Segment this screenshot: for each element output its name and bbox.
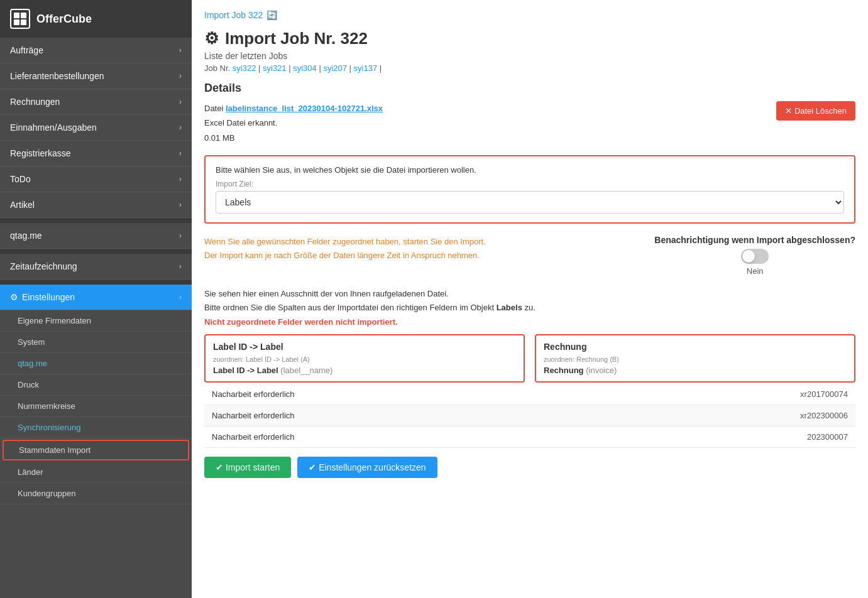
sidebar-item-rechnungen[interactable]: Rechnungen › bbox=[0, 89, 192, 115]
sidebar-sub-eigene-firmendaten[interactable]: Eigene Firmendaten bbox=[0, 310, 192, 332]
sidebar-item-lieferantenbestellungen[interactable]: Lieferantenbestellungen › bbox=[0, 63, 192, 89]
app-logo bbox=[10, 9, 30, 29]
job-link-syi137[interactable]: syi137 bbox=[354, 63, 378, 73]
sidebar-divider-1 bbox=[0, 218, 192, 223]
mapping-info: Sie sehen hier einen Ausschnitt der von … bbox=[204, 287, 855, 315]
sidebar-item-label: Artikel bbox=[10, 200, 35, 210]
sidebar-item-auftraege[interactable]: Aufträge › bbox=[0, 38, 192, 63]
details-section-title: Details bbox=[204, 82, 855, 95]
sidebar-item-label: ⚙ Einstellungen bbox=[10, 292, 75, 302]
table-cell-col1: Nacharbeit erforderlich bbox=[204, 427, 601, 448]
job-link-syi304[interactable]: syi304 bbox=[293, 63, 317, 73]
sidebar-sub-system[interactable]: System bbox=[0, 332, 192, 353]
sidebar-item-label: Aufträge bbox=[10, 45, 43, 55]
sidebar-item-artikel[interactable]: Artikel › bbox=[0, 192, 192, 218]
data-table: Nacharbeit erforderlichxr201700074Nachar… bbox=[204, 384, 855, 448]
notification-label: Benachrichtigung wenn Import abgeschloss… bbox=[654, 235, 855, 245]
col-right-mapping-value: Rechnung (invoice) bbox=[544, 366, 847, 375]
svg-rect-0 bbox=[14, 13, 19, 18]
chevron-right-icon: › bbox=[179, 262, 182, 271]
sidebar-sub-qtag-me[interactable]: qtag.me bbox=[0, 353, 192, 374]
col-left-box: Label ID -> Label zuordnen: Label ID -> … bbox=[204, 334, 525, 383]
app-header: OfferCube bbox=[0, 0, 192, 38]
chevron-right-icon: › bbox=[179, 46, 182, 55]
notification-row: Wenn Sie alle gewünschten Felder zugeord… bbox=[204, 235, 855, 276]
col-left-title: Label ID -> Label bbox=[213, 342, 516, 352]
chevron-right-icon: › bbox=[179, 72, 182, 80]
col-left-sub-label: zuordnen: Label ID -> Label (A) bbox=[213, 356, 516, 363]
col-right-box: Rechnung zuordnen: Rechnung (B) Rechnung… bbox=[535, 334, 855, 383]
sidebar-item-einstellungen[interactable]: ⚙ Einstellungen › bbox=[0, 285, 192, 310]
sidebar-divider-2 bbox=[0, 249, 192, 254]
table-row: Nacharbeit erforderlichxr202300006 bbox=[204, 405, 855, 427]
svg-rect-1 bbox=[21, 13, 26, 18]
col-left-mapping-value: Label ID -> Label (label__name) bbox=[213, 366, 516, 375]
table-row: Nacharbeit erforderlichxr201700074 bbox=[204, 384, 855, 405]
breadcrumb-text: Import Job 322 bbox=[204, 10, 263, 20]
table-cell-col1: Nacharbeit erforderlich bbox=[204, 405, 601, 427]
notification-right: Benachrichtigung wenn Import abgeschloss… bbox=[654, 235, 855, 276]
app-title: OfferCube bbox=[36, 13, 92, 26]
notification-toggle[interactable] bbox=[741, 249, 769, 264]
chevron-right-icon: › bbox=[179, 200, 182, 209]
sidebar-item-label: Einnahmen/Ausgaben bbox=[10, 122, 97, 133]
sidebar-sub-stammdaten-import[interactable]: Stammdaten Import bbox=[3, 440, 189, 460]
sidebar-item-zeitaufzeichnung[interactable]: Zeitaufzeichnung › bbox=[0, 254, 192, 280]
import-start-button[interactable]: ✔ Import starten bbox=[204, 457, 291, 478]
subtitle: Liste der letzten Jobs bbox=[204, 51, 855, 61]
sidebar-sub-kundengruppen[interactable]: Kundengruppen bbox=[0, 483, 192, 504]
file-size: 0.01 MB bbox=[204, 131, 383, 145]
sidebar-sub-druck[interactable]: Druck bbox=[0, 374, 192, 396]
table-cell-col1: Nacharbeit erforderlich bbox=[204, 384, 601, 405]
reset-settings-button[interactable]: ✔ Einstellungen zurücksetzen bbox=[297, 457, 437, 478]
file-name-row: Datei labelinstance_list_20230104-102721… bbox=[204, 101, 383, 116]
sidebar-sub-synchronisierung[interactable]: Synchronisierung bbox=[0, 417, 192, 438]
sidebar-item-todo[interactable]: ToDo › bbox=[0, 166, 192, 192]
chevron-right-icon: › bbox=[179, 293, 182, 302]
toggle-label: Nein bbox=[747, 266, 764, 276]
col-right-title: Rechnung bbox=[544, 342, 847, 352]
refresh-icon[interactable]: 🔄 bbox=[266, 10, 277, 20]
import-target-label: Import Ziel: bbox=[216, 180, 844, 188]
sidebar-item-label: qtag.me bbox=[10, 231, 42, 241]
main-content: Import Job 322 🔄 ⚙ Import Job Nr. 322 Li… bbox=[192, 0, 868, 598]
col-right-sub-label: zuordnen: Rechnung (B) bbox=[544, 356, 847, 363]
sidebar: OfferCube Aufträge › Lieferantenbestellu… bbox=[0, 0, 192, 598]
chevron-right-icon: › bbox=[179, 175, 182, 183]
svg-rect-3 bbox=[21, 19, 26, 25]
chevron-right-icon: › bbox=[179, 231, 182, 240]
sidebar-item-label: Lieferantenbestellungen bbox=[10, 71, 104, 81]
job-link-syi207[interactable]: syi207 bbox=[323, 63, 347, 73]
sidebar-item-label: ToDo bbox=[10, 174, 31, 184]
job-links: Job Nr. syi322 | syi321 | syi304 | syi20… bbox=[204, 63, 855, 73]
mapping-warning: Nicht zugeordnete Felder werden nicht im… bbox=[204, 317, 855, 327]
import-target-select[interactable]: Labels Rechnungen Aufträge bbox=[216, 191, 844, 214]
sidebar-item-label: Registrierkasse bbox=[10, 148, 70, 158]
sidebar-item-einnahmen-ausgaben[interactable]: Einnahmen/Ausgaben › bbox=[0, 115, 192, 141]
delete-file-button[interactable]: ✕ Datei Löschen bbox=[776, 101, 855, 121]
toggle-container: Nein bbox=[654, 249, 855, 276]
table-row: Nacharbeit erforderlich202300007 bbox=[204, 427, 855, 448]
gear-icon: ⚙ bbox=[10, 292, 18, 302]
chevron-right-icon: › bbox=[179, 97, 182, 106]
sidebar-sub-nummernkreise[interactable]: Nummernkreise bbox=[0, 396, 192, 417]
file-link[interactable]: labelinstance_list_20230104-102721.xlsx bbox=[226, 104, 383, 113]
job-link-syi322[interactable]: syi322 bbox=[233, 63, 256, 73]
sidebar-sub-laender[interactable]: Länder bbox=[0, 462, 192, 483]
sidebar-item-label: Rechnungen bbox=[10, 97, 60, 107]
import-target-box: Bitte wählen Sie aus, in welches Objekt … bbox=[204, 155, 855, 224]
chevron-right-icon: › bbox=[179, 149, 182, 158]
job-link-syi321[interactable]: syi321 bbox=[263, 63, 287, 73]
svg-rect-2 bbox=[14, 19, 19, 25]
sidebar-item-registrierkasse[interactable]: Registrierkasse › bbox=[0, 141, 192, 166]
sidebar-item-label: Zeitaufzeichnung bbox=[10, 261, 77, 271]
gear-icon: ⚙ bbox=[204, 29, 219, 48]
sidebar-item-qtag[interactable]: qtag.me › bbox=[0, 223, 192, 249]
table-cell-col2: xr201700074 bbox=[601, 384, 855, 405]
breadcrumb: Import Job 322 🔄 bbox=[204, 10, 855, 20]
details-section: Datei labelinstance_list_20230104-102721… bbox=[204, 101, 855, 145]
file-info: Datei labelinstance_list_20230104-102721… bbox=[204, 101, 383, 145]
file-type: Excel Datei erkannt. bbox=[204, 116, 383, 130]
file-label: Datei bbox=[204, 104, 226, 113]
notification-left-text: Wenn Sie alle gewünschten Felder zugeord… bbox=[204, 235, 486, 263]
